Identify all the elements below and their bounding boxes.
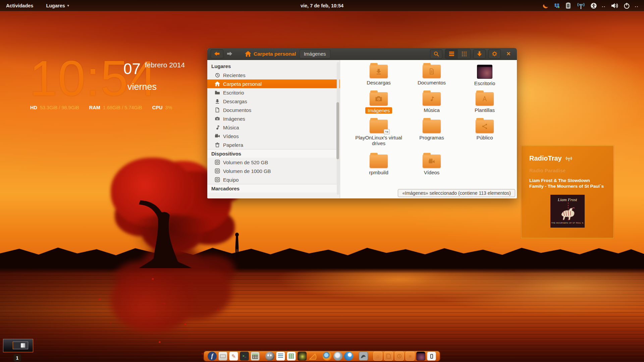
folder-icon-link: ↪ xyxy=(370,120,388,133)
tray-overflow-dots[interactable]: .. xyxy=(602,4,606,7)
vector-drawing-icon[interactable] xyxy=(308,352,317,361)
places-list-icon[interactable]: ≡ xyxy=(406,352,415,361)
file-descargas[interactable]: Descargas xyxy=(352,65,405,92)
file-musica[interactable]: Música xyxy=(405,92,458,120)
places-recent-icon[interactable] xyxy=(395,352,404,361)
file-imagenes[interactable]: Imágenes xyxy=(352,92,405,120)
file-area: Descargas Documentos Escritorio xyxy=(340,60,517,198)
photo-manager-icon[interactable] xyxy=(298,352,307,361)
sidebar-item-label: Carpeta personal xyxy=(223,81,262,87)
breadcrumb-home-button[interactable]: Carpeta personal xyxy=(245,51,296,57)
sidebar-scrollbar[interactable] xyxy=(337,62,339,195)
system-tray: .. .. xyxy=(542,0,639,11)
file-label: Vídeos xyxy=(424,170,440,175)
menu-button[interactable] xyxy=(488,49,501,59)
desktop-folder-icon xyxy=(215,90,220,95)
search-button[interactable] xyxy=(430,49,442,59)
file-manager-icon[interactable] xyxy=(218,352,227,361)
workspace-window-preview xyxy=(13,342,28,349)
places-document-icon[interactable] xyxy=(384,352,393,361)
gimp-icon[interactable] xyxy=(265,352,274,361)
sidebar-scrollbar-thumb[interactable] xyxy=(336,102,339,159)
file-publico[interactable]: Público xyxy=(458,120,511,155)
stat-hd: HD53.3GiB / 98.9GiB xyxy=(30,105,79,110)
text-editor-icon[interactable]: ✎ xyxy=(229,352,238,361)
dropbox-icon[interactable] xyxy=(554,3,560,9)
libreoffice-calc-icon[interactable] xyxy=(287,352,296,361)
stat-ram: RAM1.68GiB / 5.74GiB xyxy=(89,105,142,110)
stat-hd-label: HD xyxy=(30,105,37,110)
file-playonlinux[interactable]: ↪ PlayOnLinux's virtual drives xyxy=(352,120,405,155)
sidebar-item-videos[interactable]: Vídeos xyxy=(207,132,340,140)
libreoffice-writer-icon[interactable] xyxy=(276,352,285,361)
sidebar-header-devices: Dispositivos xyxy=(207,149,340,158)
activities-button[interactable]: Actividades xyxy=(6,3,33,8)
sidebar-item-documentos[interactable]: Documentos xyxy=(207,106,340,114)
clementine-tray-icon[interactable] xyxy=(542,2,549,9)
chromium-icon[interactable] xyxy=(333,352,342,361)
grid-view-icon xyxy=(462,52,467,56)
downloads-progress-button[interactable] xyxy=(473,49,486,59)
titlebar[interactable]: Carpeta personal Imágenes ✕ xyxy=(207,48,517,60)
file-label: Música xyxy=(424,107,440,113)
forward-button[interactable] xyxy=(223,49,236,58)
file-label: Público xyxy=(476,135,493,140)
sidebar-item-recientes[interactable]: Recientes xyxy=(207,71,340,79)
tray-overflow-dots[interactable]: .. xyxy=(635,4,639,7)
carousel-horse-art xyxy=(555,202,580,221)
breadcrumb-current-button[interactable]: Imágenes xyxy=(300,49,330,58)
grid-view-button[interactable] xyxy=(458,49,470,59)
places-menu[interactable]: Lugares ▾ xyxy=(46,3,69,8)
trash-icon xyxy=(215,142,220,147)
album-art: Liam Frost THE MOURNERS OF ST PAUL`S xyxy=(550,195,585,228)
red-tree-reflection xyxy=(111,270,195,332)
places-home-icon[interactable]: ⌂ xyxy=(373,352,382,361)
sidebar-item-volumen-1000[interactable]: Volumen de 1000 GB xyxy=(207,167,340,175)
album-artist-text: Liam Frost xyxy=(558,197,577,202)
volume-icon[interactable] xyxy=(611,2,619,9)
sidebar-item-papelera[interactable]: Papelera xyxy=(207,140,340,149)
video-emblem-icon xyxy=(428,158,435,164)
workspace-number-badge: 1 xyxy=(13,354,21,362)
phone-device-icon[interactable] xyxy=(427,352,436,361)
fedora-menu-icon[interactable]: f xyxy=(208,352,217,361)
search-icon xyxy=(434,51,439,57)
sidebar-item-imagenes[interactable]: Imágenes xyxy=(207,114,340,123)
radiotray-station: Radio Paradise xyxy=(529,168,605,173)
accessibility-icon[interactable] xyxy=(590,2,597,9)
file-rpmbuild[interactable]: rpmbuild xyxy=(352,155,405,183)
calculator-icon[interactable] xyxy=(251,352,260,361)
sidebar-item-musica[interactable]: Música xyxy=(207,123,340,132)
battery-icon[interactable] xyxy=(565,2,572,9)
close-icon: ✕ xyxy=(506,51,511,57)
ubuntu-desktop-icon[interactable] xyxy=(416,352,425,361)
sidebar-item-carpeta-personal[interactable]: Carpeta personal xyxy=(207,79,340,88)
back-button[interactable] xyxy=(211,49,223,58)
home-icon xyxy=(215,81,220,86)
view-toggle-group xyxy=(445,49,471,59)
workspace-thumbnail[interactable] xyxy=(3,339,33,352)
file-documentos[interactable]: Documentos xyxy=(405,65,458,92)
sidebar-item-descargas[interactable]: Descargas xyxy=(207,97,340,106)
list-view-button[interactable] xyxy=(445,49,458,59)
breadcrumb: Carpeta personal Imágenes xyxy=(245,49,330,58)
stat-ram-value: 1.68GiB / 5.74GiB xyxy=(103,105,142,110)
power-icon[interactable] xyxy=(624,2,630,9)
file-label: Plantillas xyxy=(475,107,495,113)
sidebar: Lugares Recientes Carpeta personal Escri… xyxy=(207,60,340,198)
firefox-icon[interactable] xyxy=(323,352,332,361)
terminal-icon[interactable]: >_ xyxy=(240,352,249,361)
file-plantillas[interactable]: Plantillas xyxy=(458,92,511,120)
system-stats: HD53.3GiB / 98.9GiB RAM1.68GiB / 5.74GiB… xyxy=(30,105,172,110)
file-escritorio[interactable]: Escritorio xyxy=(458,65,511,92)
file-videos[interactable]: Vídeos xyxy=(405,155,458,183)
top-bar-clock[interactable]: vie, 7 de feb, 10:54 xyxy=(301,3,343,8)
sidebar-item-escritorio[interactable]: Escritorio xyxy=(207,88,340,97)
thunderbird-icon[interactable] xyxy=(344,352,353,361)
network-signal-icon[interactable] xyxy=(577,2,585,9)
file-programas[interactable]: Programas xyxy=(405,120,458,155)
sidebar-item-equipo[interactable]: Equipo xyxy=(207,175,340,184)
sidebar-item-volumen-520[interactable]: Volumen de 520 GB xyxy=(207,158,340,167)
wireshark-icon[interactable] xyxy=(359,352,368,361)
close-button[interactable]: ✕ xyxy=(503,49,514,59)
